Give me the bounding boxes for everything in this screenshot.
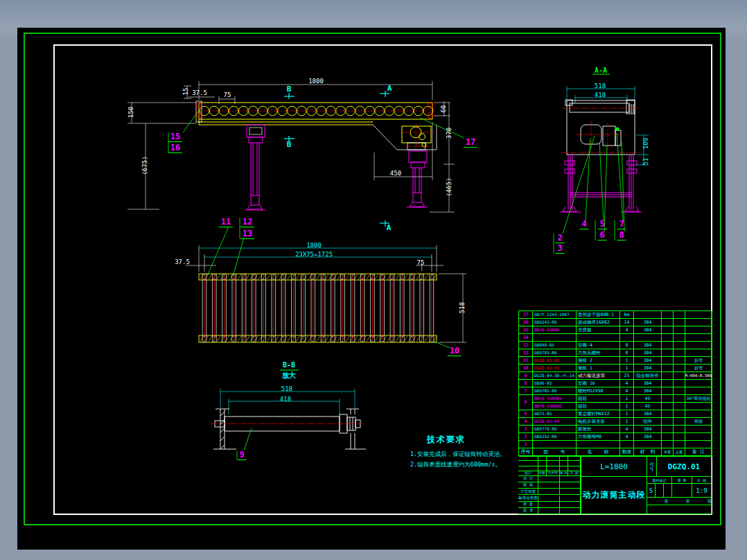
sign-cell	[560, 496, 581, 502]
section-letter-B: B	[287, 141, 292, 148]
bom-remark	[685, 380, 712, 387]
bom-name	[577, 441, 620, 448]
balloon-10: 10	[448, 347, 462, 356]
bom-code: GB5782-86	[533, 387, 577, 395]
bom-remark	[685, 441, 712, 448]
dim-label-370: 370	[446, 128, 452, 139]
bom-name: 电机安装支架	[577, 418, 620, 426]
revision-cell	[547, 456, 560, 461]
sign-header: 处数	[538, 471, 547, 476]
bom-material: 304	[634, 342, 662, 349]
bom-qty	[620, 441, 634, 448]
revision-cell	[518, 461, 538, 466]
bom-qty: 8	[620, 349, 634, 357]
sign-cell	[538, 482, 560, 489]
bom-unit-weight	[662, 334, 674, 342]
bom-total-weight	[674, 372, 685, 380]
dim-label-15: 15	[183, 88, 189, 96]
bom-no: 7	[519, 387, 533, 395]
dim-label-B-B: B-B	[283, 362, 295, 369]
bom-unit-weight	[662, 342, 674, 349]
bom-no: 5	[519, 410, 533, 418]
bom-unit-weight	[662, 426, 674, 433]
bom-code: GB96-85	[533, 380, 577, 387]
bom-code: GB5779-86	[533, 426, 577, 433]
bom-qty: 4	[620, 387, 634, 395]
bom-material: 组合标准件	[634, 372, 662, 380]
bom-remark	[685, 410, 712, 418]
bom-material: 304	[634, 319, 662, 326]
bom-no: 12	[519, 349, 533, 357]
bom-no: 14	[519, 334, 533, 342]
sign-row-label: 校 核	[518, 482, 538, 489]
bom-qty: 1	[620, 395, 634, 403]
section-letter-A: A	[387, 224, 392, 231]
sign-cell	[538, 502, 560, 508]
bom-name	[577, 334, 620, 342]
bom-total-weight	[674, 387, 685, 395]
bom-total-weight	[674, 395, 685, 403]
dim-label-518: 518	[281, 386, 292, 392]
bom-code: GB5252-86	[533, 433, 577, 441]
bom-material: 304	[634, 433, 662, 441]
balloon-9: 9	[237, 450, 246, 460]
dim-label-109: 109	[643, 138, 649, 149]
bom-total-weight	[674, 357, 685, 365]
bom-code: GB73-85	[533, 410, 577, 418]
bom-material: 304	[634, 357, 662, 365]
sign-cell	[560, 489, 581, 495]
bom-no: 17	[519, 311, 533, 319]
balloon-15: 15	[168, 132, 182, 142]
bom-no: 8	[519, 380, 533, 387]
bom-remark: 折弯	[685, 357, 712, 365]
dim-label-450: 450	[390, 170, 401, 177]
bom-remark	[685, 311, 712, 319]
cad-viewer-screen: 18001537.575150(675)60370(465)45037.5755…	[0, 0, 747, 560]
bom-material	[634, 311, 662, 319]
bom-unit-weight	[662, 418, 674, 426]
bom-name: 滚动轴承16002	[577, 319, 620, 326]
balloon-7: 7	[617, 220, 626, 229]
bom-unit-weight	[662, 410, 674, 418]
bom-code: GB848-85	[533, 342, 577, 349]
section-letter-A: A	[387, 85, 392, 92]
bom-unit-weight	[662, 319, 674, 326]
balloon-3: 3	[555, 244, 564, 254]
bom-no: 10	[519, 365, 533, 372]
sign-row-label: 审 定	[518, 502, 538, 508]
bom-material: 304	[634, 410, 662, 418]
bom-qty: 4	[620, 380, 634, 387]
revision-cell	[538, 456, 547, 461]
bill-of-materials-table: 17GB/T 1243-1997套筒滚子链08B-16m16GB5243-86滚…	[518, 310, 712, 456]
bom-unit-weight	[662, 372, 674, 380]
bom-remark: 折弯	[685, 365, 712, 372]
bom-unit-weight	[662, 403, 674, 410]
bom-name: 紧定螺钉M6X12	[577, 410, 620, 418]
revision-cell	[518, 456, 538, 461]
bom-code: DGZQ.04.30.rt.14	[533, 372, 577, 380]
sign-cell	[538, 508, 560, 514]
bom-no: 15	[519, 326, 533, 334]
bom-qty: 1	[620, 410, 634, 418]
bom-code: GB5243-86	[533, 319, 577, 326]
sign-header: 日 期	[568, 471, 581, 476]
bom-name: 垫圈 4	[577, 342, 620, 349]
revision-cell	[560, 461, 568, 466]
balloon-2: 2	[555, 234, 564, 243]
sign-header: 签 名	[560, 471, 568, 476]
bom-total-weight	[674, 433, 685, 441]
revision-cell	[568, 461, 581, 466]
sign-cell	[560, 476, 581, 482]
bom-total-weight	[674, 380, 685, 387]
bom-code: QB/G 110602	[533, 403, 577, 410]
bom-qty: 4	[620, 426, 634, 433]
balloon-11: 11	[219, 218, 233, 227]
bom-material: 304	[634, 326, 662, 334]
bom-remark	[685, 426, 712, 433]
section-letter-B: B	[287, 85, 292, 93]
bom-code: DGZQ.01-01	[533, 365, 577, 372]
sign-row-label: 工艺审查	[518, 489, 538, 495]
bom-total-weight	[674, 334, 685, 342]
bom-code	[533, 441, 577, 448]
bom-name: 链轮	[577, 403, 620, 410]
